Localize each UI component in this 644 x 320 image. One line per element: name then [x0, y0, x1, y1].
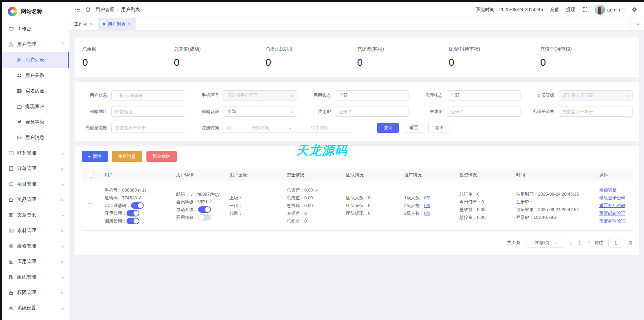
reset-google-verify-link[interactable]: 重置谷歌验证	[599, 217, 631, 225]
login-ip-input[interactable]	[447, 107, 521, 117]
search-button[interactable]: 查询	[377, 123, 399, 133]
chevron-down-icon	[291, 110, 294, 113]
user-icon	[8, 42, 14, 47]
close-icon[interactable]: ×	[90, 22, 93, 26]
next-page-button[interactable]	[586, 241, 590, 244]
member-level-select[interactable]: 请选择会员等级	[559, 90, 633, 100]
cell-funds: 总资产：0.00 总充值：0.00 总提现：0.00 充提差：0 总积分：0	[283, 181, 342, 231]
promo-level1-link[interactable]: 0/0	[424, 194, 430, 202]
settings-gear-icon[interactable]	[632, 7, 637, 12]
reset-trade-password-link[interactable]: 重置交易密码	[599, 202, 631, 209]
chevron-down-icon	[61, 151, 64, 154]
breadcrumb-parent[interactable]: 用户管理	[95, 7, 114, 13]
promo-level2-link[interactable]: 0/0	[424, 202, 430, 209]
reset-email-verify-link[interactable]: 重置邮箱验证	[599, 209, 631, 217]
sidebar-item-real-name[interactable]: 实名认证	[2, 83, 69, 99]
goto-page-input[interactable]	[608, 238, 623, 248]
register-time-range-picker[interactable]: 开始时间 - 结束时间	[223, 123, 350, 133]
toggle-enable-invite[interactable]	[131, 202, 144, 209]
sidebar-item-withdraw-account[interactable]: 提现账户	[2, 99, 69, 114]
topbar: 用户管理 / 用户列表 系统时间：2025-09-24 20:50:46 充值 …	[69, 2, 644, 18]
sidebar-item-applications[interactable]: 应用管理	[2, 254, 69, 269]
email-verify-select[interactable]: 全部	[223, 107, 297, 117]
recharge-diff-min-input[interactable]	[559, 107, 633, 117]
chevron-down-icon	[61, 244, 64, 248]
recharge-link[interactable]: 充值	[550, 7, 559, 13]
bonus-gift-button[interactable]: 彩金赠送	[146, 151, 177, 162]
gear-icon	[8, 306, 14, 311]
col-user-level: 用户层级	[225, 169, 283, 181]
sidebar-item-settings[interactable]: 系统设置	[2, 300, 69, 316]
page-size-select[interactable]: 20条/页	[526, 238, 565, 248]
filter-label: 邮箱地址	[82, 109, 111, 115]
sidebar-item-dev-tools[interactable]: 开发工具	[2, 316, 69, 320]
promo-level3-link[interactable]: 0/0	[424, 209, 430, 217]
prev-page-button[interactable]	[569, 241, 573, 244]
sidebar-item-permissions[interactable]: 权限管理	[2, 285, 69, 300]
sidebar-item-member-level[interactable]: 会员等级	[2, 114, 69, 130]
lock-icon	[8, 290, 14, 295]
edit-email-icon[interactable]	[191, 192, 195, 196]
close-icon[interactable]: ×	[128, 22, 131, 26]
filter-card: 用户信息 手机区号 请选择手机区号 启用状态 全部 代理状态 全部 会员等级 请…	[75, 82, 639, 141]
filter-label: 代理状态	[417, 92, 447, 98]
user-menu[interactable]: admin	[595, 5, 625, 15]
current-page[interactable]: 1	[578, 240, 582, 245]
total-count: 共 1 条	[507, 240, 520, 246]
stat-total-balance: 总余额0	[82, 46, 174, 68]
sidebar-item-projects[interactable]: 项目管理	[2, 176, 69, 192]
sidebar-item-finance[interactable]: 财务管理	[2, 145, 69, 161]
enable-status-select[interactable]: 全部	[335, 90, 409, 100]
sidebar-item-prizes[interactable]: 奖品管理	[2, 192, 69, 207]
avatar[interactable]	[595, 5, 605, 15]
email-input[interactable]	[111, 107, 185, 117]
sidebar-item-materials[interactable]: 素材管理	[2, 223, 69, 238]
sidebar-item-user-message[interactable]: 用户消息	[2, 130, 69, 145]
tab-user-list[interactable]: 用户列表 ×	[98, 18, 136, 30]
sidebar-item-orders[interactable]: 订单管理	[2, 161, 69, 176]
chevron-down-icon	[61, 275, 64, 279]
building-icon	[8, 274, 14, 280]
username: admin	[607, 7, 620, 12]
refresh-icon[interactable]	[85, 7, 91, 12]
toggle-enable-ban[interactable]	[127, 218, 139, 224]
table-card: 天龙源码 +新增 发送消息 彩金赠送 用户 用户详情	[75, 146, 639, 255]
fullscreen-icon[interactable]	[582, 7, 588, 12]
sidebar-item-user-relation[interactable]: 用户关系	[2, 68, 69, 83]
user-info-input[interactable]	[111, 90, 185, 100]
send-message-button[interactable]: 发送消息	[112, 151, 142, 162]
toggle-transfer[interactable]	[198, 214, 211, 221]
agent-status-select[interactable]: 全部	[447, 90, 521, 100]
sidebar-item-workbench[interactable]: 工作台	[2, 21, 69, 37]
sidebar-item-articles[interactable]: 文章资讯	[2, 207, 69, 223]
phone-area-select[interactable]: 请选择手机区号	[223, 90, 297, 100]
select-all-checkbox[interactable]	[89, 173, 93, 178]
tab-overflow-button[interactable]	[631, 18, 644, 30]
edit-level-icon[interactable]	[209, 200, 213, 204]
sidebar-item-user-list[interactable]: 用户列表	[2, 52, 69, 68]
sidebar-item-decoration[interactable]: 装修管理	[2, 238, 69, 254]
article-icon	[8, 212, 14, 218]
bag-icon	[8, 197, 14, 202]
change-login-password-link[interactable]: 修改登录密码	[599, 194, 631, 202]
reset-button[interactable]: 重置	[403, 123, 424, 133]
filter-label: 注册时间	[193, 125, 223, 131]
sidebar-item-user-mgmt[interactable]: 用户管理	[2, 37, 69, 52]
recharge-diff-max-input[interactable]	[111, 123, 185, 133]
register-ip-input[interactable]	[335, 107, 409, 117]
table-row: 手机号：888888 (+1) 邀请码：77451818 启用邀请码： 开启代理…	[82, 181, 633, 231]
withdraw-link[interactable]: 提现	[566, 7, 576, 13]
sidebar-item-organization[interactable]: 组织管理	[2, 269, 69, 285]
breadcrumb-current: 用户列表	[121, 7, 140, 13]
toggle-auto-upgrade[interactable]	[198, 206, 211, 213]
collapse-sidebar-icon[interactable]	[75, 7, 80, 12]
add-user-button[interactable]: +新增	[82, 151, 108, 162]
filter-label: 邮箱认证	[193, 109, 223, 115]
toggle-enable-agent[interactable]	[127, 210, 139, 216]
edit-assets-icon[interactable]	[314, 188, 318, 192]
balance-adjust-link[interactable]: 余额调整	[599, 186, 631, 194]
tab-workbench[interactable]: 工作台 ×	[69, 18, 98, 30]
filter-label: 手机区号	[193, 92, 223, 98]
row-checkbox[interactable]	[88, 203, 92, 208]
export-button[interactable]: 导出	[428, 123, 450, 133]
